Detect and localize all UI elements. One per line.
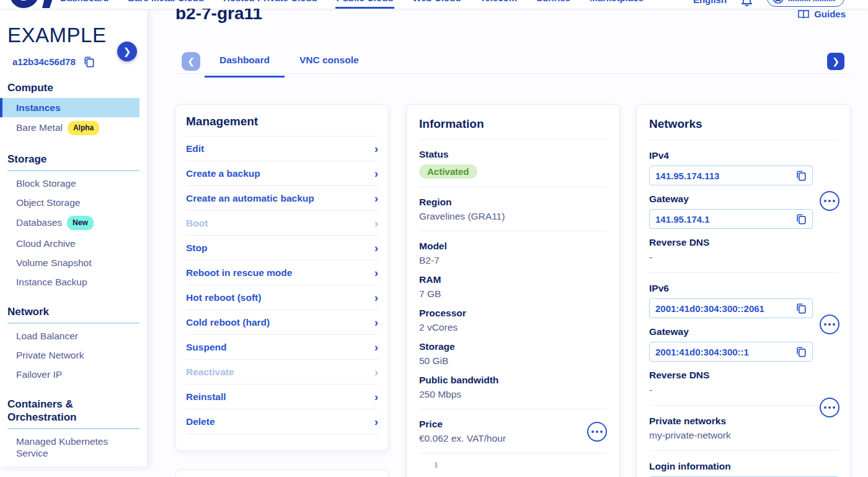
instance-tabs: Dashboard VNC console: [205, 55, 374, 78]
action-create-backup[interactable]: Create a backup›: [186, 161, 378, 186]
ipv6-reverse-dns-label: Reverse DNS: [649, 369, 838, 381]
storage-value: 50 GiB: [419, 355, 607, 367]
sidebar-item-private-network[interactable]: Private Network: [0, 345, 147, 365]
chevron-right-icon: ›: [374, 366, 378, 378]
region-value: Gravelines (GRA11): [419, 210, 607, 223]
ipv4-options-button[interactable]: [820, 191, 839, 211]
networks-card-title: Networks: [649, 117, 838, 131]
notifications-bell-icon[interactable]: [742, 0, 752, 9]
action-edit[interactable]: Edit›: [186, 136, 378, 161]
sidebar-collapse-button[interactable]: ❯: [117, 42, 137, 61]
price-options-button[interactable]: [587, 422, 607, 442]
bandwidth-value: 250 Mbps: [419, 388, 607, 401]
private-networks-label: Private networks: [649, 415, 838, 427]
action-hot-reboot[interactable]: Hot reboot (soft)›: [186, 285, 378, 310]
sidebar-item-cloud-archive[interactable]: Cloud Archive: [0, 234, 147, 253]
sidebar-item-bare-metal[interactable]: Bare MetalAlpha: [0, 117, 147, 139]
ipv6-field[interactable]: 2001:41d0:304:300::2061: [649, 298, 813, 318]
sidebar-item-failover-ip[interactable]: Failover IP: [0, 365, 147, 384]
action-reactivate: Reactivate›: [186, 360, 378, 385]
tab-vnc-console[interactable]: VNC console: [285, 55, 374, 78]
divider: [419, 231, 607, 231]
chevron-right-icon: ›: [374, 341, 378, 353]
chevron-right-icon: ›: [374, 416, 378, 427]
section-title: Network: [0, 305, 147, 318]
sidebar-item-load-balancer[interactable]: Load Balancer: [0, 326, 147, 345]
nav-public-cloud[interactable]: Public Cloud: [335, 0, 395, 9]
copy-ipv4-gateway-icon[interactable]: [795, 213, 807, 225]
language-selector[interactable]: English: [693, 0, 727, 9]
region-label: Region: [419, 196, 607, 208]
chevron-right-icon: ›: [374, 217, 378, 229]
guides-link[interactable]: Guides: [798, 9, 846, 19]
management-card: Management Edit› Create a backup› Create…: [175, 104, 389, 451]
divider: [419, 187, 607, 187]
section-divider: [7, 170, 140, 171]
copy-ipv6-icon[interactable]: [795, 303, 807, 314]
nav-hosted-private-cloud[interactable]: Hosted Private Cloud: [222, 0, 319, 9]
ipv6-options-button[interactable]: [820, 314, 839, 334]
top-navigation-bar: Dashboard Bare Metal Cloud Hosted Privat…: [0, 0, 868, 9]
action-cold-reboot[interactable]: Cold reboot (hard)›: [186, 310, 378, 335]
sidebar-item-managed-private-registry[interactable]: Managed Private Registry: [0, 463, 147, 466]
action-suspend[interactable]: Suspend›: [186, 335, 378, 360]
ipv4-gateway-label: Gateway: [649, 193, 838, 205]
topbar-right-cluster: English xxxxx xxxxx: [693, 0, 844, 9]
tabs-scroll-left-button[interactable]: ❮: [182, 52, 200, 71]
ipv6-label: IPv6: [649, 282, 838, 295]
ipv4-label: IPv4: [649, 149, 838, 162]
section-divider: [7, 323, 140, 324]
ipv6-gateway-field[interactable]: 2001:41d0:304:300::1: [649, 342, 813, 362]
section-title: Storage: [0, 153, 147, 166]
price-row: Price €0.062 ex. VAT/hour: [419, 418, 607, 445]
chevron-right-icon: ›: [374, 167, 378, 179]
nav-sunrise[interactable]: Sunrise: [535, 0, 572, 9]
sidebar-item-object-storage[interactable]: Object Storage: [0, 193, 147, 212]
private-networks-options-button[interactable]: [820, 398, 839, 417]
tab-dashboard[interactable]: Dashboard: [205, 55, 285, 78]
section-title: Containers & Orchestration: [0, 398, 124, 424]
copy-project-id-icon[interactable]: [83, 56, 95, 68]
chevron-right-icon: ›: [374, 192, 378, 204]
sidebar-item-databases[interactable]: DatabasesNew: [0, 212, 147, 234]
networks-card: Networks IPv4 141.95.174.113 Gateway 141…: [636, 104, 851, 477]
price-label: Price: [419, 418, 506, 430]
copy-ipv4-icon[interactable]: [795, 170, 807, 181]
sidebar-item-instances[interactable]: Instances: [0, 98, 140, 117]
information-card-title: Information: [419, 117, 607, 131]
chevron-right-icon: ›: [374, 292, 378, 303]
chevron-right-icon: ›: [374, 143, 378, 154]
nav-bare-metal-cloud[interactable]: Bare Metal Cloud: [126, 0, 205, 9]
information-card: Information Status Activated Region Grav…: [406, 104, 620, 477]
nav-telecom[interactable]: Telecom: [479, 0, 518, 9]
management-card-title: Management: [186, 115, 378, 128]
divider: [649, 140, 838, 140]
sidebar-item-block-storage[interactable]: Block Storage: [0, 174, 147, 193]
section-divider: [7, 428, 140, 429]
action-delete[interactable]: Delete›: [186, 409, 378, 434]
ovh-manager-screen: Dashboard Bare Metal Cloud Hosted Privat…: [0, 0, 868, 477]
chevron-right-icon: ›: [374, 242, 378, 254]
action-stop[interactable]: Stop›: [186, 236, 378, 261]
user-account-button[interactable]: xxxxx xxxxx: [767, 0, 844, 7]
nav-web-cloud[interactable]: Web Cloud: [411, 0, 462, 9]
chevron-right-icon: ›: [374, 391, 378, 403]
sidebar-section-network: Network Load Balancer Private Network Fa…: [0, 305, 147, 384]
action-create-automatic-backup[interactable]: Create an automatic backup›: [186, 186, 378, 211]
sidebar-item-managed-kubernetes[interactable]: Managed Kubernetes Service: [0, 432, 130, 463]
ipv4-field[interactable]: 141.95.174.113: [649, 166, 813, 185]
ipv4-gateway-field[interactable]: 141.95.174.1: [649, 209, 813, 229]
alpha-badge: Alpha: [68, 121, 99, 135]
ipv4-reverse-dns-label: Reverse DNS: [649, 236, 838, 249]
nav-marketplace[interactable]: Marketplace: [588, 0, 645, 9]
copy-ipv6-gateway-icon[interactable]: [795, 346, 807, 357]
storage-label: Storage: [419, 341, 607, 353]
action-reboot-rescue-mode[interactable]: Reboot in rescue mode›: [186, 261, 378, 285]
sidebar-item-volume-snapshot[interactable]: Volume Snapshot: [0, 253, 147, 272]
tabs-scroll-right-button[interactable]: ❯: [827, 53, 844, 70]
action-reinstall[interactable]: Reinstall›: [186, 385, 378, 409]
chevron-right-icon: ›: [374, 316, 378, 328]
sidebar-item-instance-backup[interactable]: Instance Backup: [0, 272, 147, 292]
nav-dashboard[interactable]: Dashboard: [59, 0, 110, 9]
processor-label: Processor: [419, 307, 607, 319]
